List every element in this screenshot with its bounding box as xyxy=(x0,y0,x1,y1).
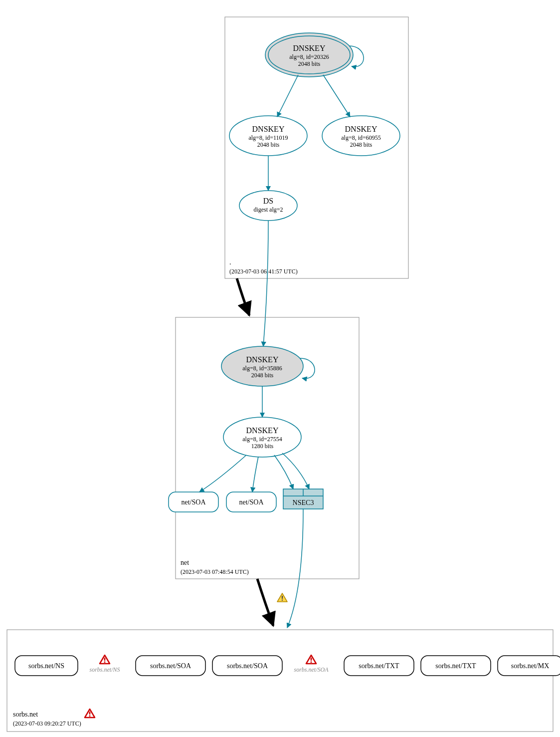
svg-text:2048 bits: 2048 bits xyxy=(350,141,373,148)
zone-root: . (2023-07-03 06:41:57 UTC) DNSKEY alg=8… xyxy=(225,17,408,278)
edge-root-to-net-heavy xyxy=(237,278,249,315)
edge-ds-to-net-ksk xyxy=(263,221,268,346)
node-sorbs-ns[interactable]: sorbs.net/NS xyxy=(15,656,78,676)
svg-text:digest alg=2: digest alg=2 xyxy=(253,206,283,213)
node-sorbs-ns-warn[interactable]: sorbs.net/NS xyxy=(89,655,120,673)
node-root-ds[interactable]: DS digest alg=2 xyxy=(239,191,297,221)
svg-text:NSEC3: NSEC3 xyxy=(293,499,314,506)
zone-net-ts: (2023-07-03 07:48:54 UTC) xyxy=(181,568,249,575)
svg-text:sorbs.net/TXT: sorbs.net/TXT xyxy=(359,662,399,670)
svg-text:alg=8, id=27554: alg=8, id=27554 xyxy=(242,436,282,443)
svg-text:2048 bits: 2048 bits xyxy=(251,372,274,379)
node-sorbs-soa-warn[interactable]: sorbs.net/SOA xyxy=(294,655,329,673)
zone-root-label: . xyxy=(229,258,231,266)
edge-net-zsk-soa1 xyxy=(199,455,246,492)
svg-text:alg=8, id=20326: alg=8, id=20326 xyxy=(289,53,329,60)
svg-text:sorbs.net/MX: sorbs.net/MX xyxy=(511,662,550,670)
svg-text:DNSKEY: DNSKEY xyxy=(293,44,326,52)
svg-text:sorbs.net/TXT: sorbs.net/TXT xyxy=(435,662,476,670)
svg-text:sorbs.net/SOA: sorbs.net/SOA xyxy=(227,662,268,670)
svg-text:DNSKEY: DNSKEY xyxy=(345,125,377,133)
svg-text:sorbs.net/NS: sorbs.net/NS xyxy=(28,662,64,670)
zone-sorbs-label: sorbs.net xyxy=(13,711,38,718)
node-root-zsk2[interactable]: DNSKEY alg=8, id=60955 2048 bits xyxy=(322,116,400,156)
svg-text:alg=8, id=11019: alg=8, id=11019 xyxy=(248,134,288,141)
svg-text:DS: DS xyxy=(263,197,273,205)
edge-nsec3-to-sorbs xyxy=(287,509,303,628)
edge-root-ksk-zsk1 xyxy=(277,75,298,117)
svg-text:net/SOA: net/SOA xyxy=(182,498,206,506)
node-sorbs-txt2[interactable]: sorbs.net/TXT xyxy=(421,656,491,676)
node-net-soa1[interactable]: net/SOA xyxy=(169,492,218,512)
node-root-ksk[interactable]: DNSKEY alg=8, id=20326 2048 bits xyxy=(265,33,353,77)
warning-icon xyxy=(277,593,287,602)
zone-net: net (2023-07-03 07:48:54 UTC) DNSKEY alg… xyxy=(169,317,359,579)
node-net-ksk[interactable]: DNSKEY alg=8, id=35886 2048 bits xyxy=(221,346,303,386)
svg-text:alg=8, id=35886: alg=8, id=35886 xyxy=(242,365,282,372)
svg-text:net/SOA: net/SOA xyxy=(239,498,264,506)
svg-text:DNSKEY: DNSKEY xyxy=(246,355,279,364)
svg-text:1280 bits: 1280 bits xyxy=(251,443,274,450)
warning-icon xyxy=(85,709,95,718)
edge-net-zsk-nsec3a xyxy=(274,455,293,489)
svg-text:alg=8, id=60955: alg=8, id=60955 xyxy=(341,134,381,141)
edge-net-to-sorbs-heavy xyxy=(257,579,273,626)
svg-text:DNSKEY: DNSKEY xyxy=(246,426,279,435)
svg-text:DNSKEY: DNSKEY xyxy=(252,125,285,133)
svg-text:2048 bits: 2048 bits xyxy=(257,141,280,148)
svg-text:sorbs.net/NS: sorbs.net/NS xyxy=(89,666,120,673)
node-root-zsk1[interactable]: DNSKEY alg=8, id=11019 2048 bits xyxy=(229,116,307,156)
node-sorbs-soa1[interactable]: sorbs.net/SOA xyxy=(136,656,205,676)
svg-text:sorbs.net/SOA: sorbs.net/SOA xyxy=(294,666,329,673)
node-sorbs-txt1[interactable]: sorbs.net/TXT xyxy=(344,656,414,676)
node-net-zsk[interactable]: DNSKEY alg=8, id=27554 1280 bits xyxy=(223,417,301,457)
dnssec-graph: . (2023-07-03 06:41:57 UTC) DNSKEY alg=8… xyxy=(0,0,560,737)
zone-root-ts: (2023-07-03 06:41:57 UTC) xyxy=(229,268,298,275)
node-sorbs-mx[interactable]: sorbs.net/MX xyxy=(498,656,560,676)
edge-net-zsk-soa2 xyxy=(252,457,258,492)
zone-sorbs: sorbs.net (2023-07-03 09:20:27 UTC) sorb… xyxy=(7,630,560,732)
zone-net-label: net xyxy=(181,559,189,566)
edge-root-ksk-zsk2 xyxy=(323,75,350,117)
svg-text:2048 bits: 2048 bits xyxy=(298,60,321,67)
node-net-nsec3[interactable]: NSEC3 xyxy=(283,489,323,509)
node-sorbs-soa2[interactable]: sorbs.net/SOA xyxy=(212,656,282,676)
edge-net-zsk-nsec3b xyxy=(282,453,309,489)
svg-point-18 xyxy=(239,191,297,221)
zone-sorbs-ts: (2023-07-03 09:20:27 UTC) xyxy=(13,720,81,727)
node-net-soa2[interactable]: net/SOA xyxy=(226,492,276,512)
svg-text:sorbs.net/SOA: sorbs.net/SOA xyxy=(150,662,191,670)
